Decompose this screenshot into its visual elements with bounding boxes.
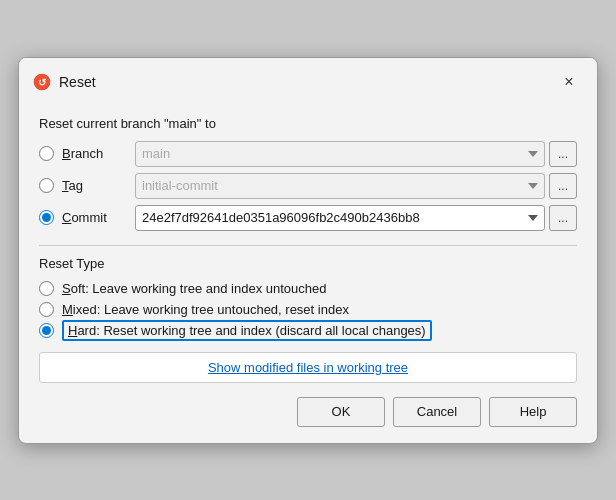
source-radio-group: Branch main ... Tag — [39, 141, 577, 231]
reset-type-radio-group: Soft: Leave working tree and index untou… — [39, 281, 577, 338]
dialog-content: Reset current branch "main" to Branch ma… — [19, 104, 597, 443]
ok-button[interactable]: OK — [297, 397, 385, 427]
svg-text:↺: ↺ — [38, 77, 47, 88]
title-bar-left: ↺ Reset — [33, 73, 96, 91]
commit-dropdown[interactable]: 24e2f7df92641de0351a96096fb2c490b2436bb8 — [135, 205, 545, 231]
soft-label[interactable]: Soft: Leave working tree and index untou… — [62, 281, 327, 296]
mixed-label[interactable]: Mixed: Leave working tree untouched, res… — [62, 302, 349, 317]
commit-radio[interactable] — [39, 210, 54, 225]
tag-dropdown[interactable]: initial-commit — [135, 173, 545, 199]
commit-dropdown-container: 24e2f7df92641de0351a96096fb2c490b2436bb8… — [135, 205, 577, 231]
divider — [39, 245, 577, 246]
close-button[interactable]: × — [555, 68, 583, 96]
title-bar: ↺ Reset × — [19, 58, 597, 104]
tag-row: Tag initial-commit ... — [39, 173, 577, 199]
commit-ellipsis-button[interactable]: ... — [549, 205, 577, 231]
soft-radio[interactable] — [39, 281, 54, 296]
commit-row: Commit 24e2f7df92641de0351a96096fb2c490b… — [39, 205, 577, 231]
branch-label[interactable]: Branch — [62, 146, 127, 161]
reset-type-heading: Reset Type — [39, 256, 577, 271]
show-modified-button[interactable]: Show modified files in working tree — [39, 352, 577, 383]
mixed-radio[interactable] — [39, 302, 54, 317]
branch-ellipsis-button[interactable]: ... — [549, 141, 577, 167]
branch-dropdown[interactable]: main — [135, 141, 545, 167]
help-button[interactable]: Help — [489, 397, 577, 427]
commit-label[interactable]: Commit — [62, 210, 127, 225]
soft-row: Soft: Leave working tree and index untou… — [39, 281, 577, 296]
hard-label[interactable]: Hard: Reset working tree and index (disc… — [62, 323, 432, 338]
branch-heading: Reset current branch "main" to — [39, 116, 577, 131]
action-buttons: OK Cancel Help — [39, 397, 577, 427]
show-modified-link: Show modified files in working tree — [208, 360, 408, 375]
reset-dialog: ↺ Reset × Reset current branch "main" to… — [18, 57, 598, 444]
hard-radio[interactable] — [39, 323, 54, 338]
branch-dropdown-container: main ... — [135, 141, 577, 167]
branch-row: Branch main ... — [39, 141, 577, 167]
hard-label-box: Hard: Reset working tree and index (disc… — [62, 320, 432, 341]
tag-radio[interactable] — [39, 178, 54, 193]
cancel-button[interactable]: Cancel — [393, 397, 481, 427]
hard-row: Hard: Reset working tree and index (disc… — [39, 323, 577, 338]
tag-label[interactable]: Tag — [62, 178, 127, 193]
branch-radio[interactable] — [39, 146, 54, 161]
dialog-title: Reset — [59, 74, 96, 90]
mixed-row: Mixed: Leave working tree untouched, res… — [39, 302, 577, 317]
tag-ellipsis-button[interactable]: ... — [549, 173, 577, 199]
reset-icon: ↺ — [33, 73, 51, 91]
tag-dropdown-container: initial-commit ... — [135, 173, 577, 199]
